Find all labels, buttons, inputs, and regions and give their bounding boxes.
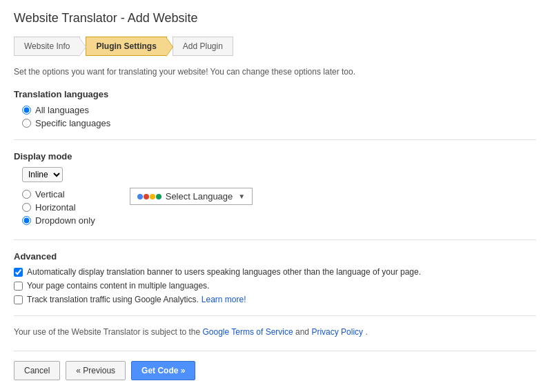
description-text: Set the options you want for translating… [14,67,536,77]
tos-link2[interactable]: Privacy Policy [311,327,363,337]
step-arrow-inner [79,38,86,56]
tos-after: . [365,327,367,337]
g-dot-red [144,194,149,199]
bottom-buttons: Cancel « Previous Get Code » [14,351,536,380]
get-code-button[interactable]: Get Code » [131,361,195,380]
step-website-info[interactable]: Website Info [14,37,80,56]
tos-link1[interactable]: Google Terms of Service [203,327,293,337]
page-title: Website Translator - Add Website [14,11,536,26]
dropdown-only-radio[interactable] [22,216,31,225]
step-arrow-inner [166,38,173,56]
specific-languages-option[interactable]: Specific languages [22,118,536,128]
specific-languages-radio[interactable] [22,119,31,128]
tos-mid: and [295,327,311,337]
vertical-radio[interactable] [22,190,31,199]
all-languages-radio[interactable] [22,106,31,115]
inline-dropdown[interactable]: Inline [22,167,63,182]
step-plugin-settings[interactable]: Plugin Settings [86,37,166,56]
google-logo [137,194,161,199]
advanced-label-2: Track translation traffic using Google A… [27,295,199,304]
vertical-label: Vertical [35,189,65,199]
step-label: Website Info [24,41,70,51]
display-options-radios: Vertical Horizontal Dropdown only [22,189,95,228]
translation-languages-title: Translation languages [14,89,536,99]
tos-before: Your use of the Website Translator is su… [14,327,203,337]
g-dot-blue [137,194,143,199]
all-languages-label: All languages [35,105,89,115]
all-languages-option[interactable]: All languages [22,105,536,115]
display-mode-title: Display mode [14,151,536,161]
divider-3 [14,315,536,316]
horizontal-label: Horizontal [35,202,76,213]
translate-widget[interactable]: Select Language ▼ [130,188,253,205]
advanced-label-1: Your page contains content in multiple l… [27,281,209,291]
cancel-button[interactable]: Cancel [14,361,60,380]
learn-more-link[interactable]: Learn more! [202,295,246,304]
advanced-title: Advanced [14,251,536,262]
inline-select-wrapper: Inline [22,167,536,182]
previous-button[interactable]: « Previous [66,361,126,380]
specific-languages-label: Specific languages [35,118,110,128]
dropdown-arrow-icon: ▼ [238,193,245,200]
step-add-plugin[interactable]: Add Plugin [173,37,233,56]
translate-widget-area: Select Language ▼ [130,188,253,205]
vertical-option[interactable]: Vertical [22,189,95,199]
divider-1 [14,139,536,140]
advanced-checkbox-1[interactable] [14,282,23,291]
advanced-checkbox-0[interactable] [14,268,23,277]
g-dot-yellow [150,194,155,199]
display-mode-section: Display mode Inline Vertical Horizontal … [14,151,536,228]
translation-languages-section: Translation languages All languages Spec… [14,89,536,128]
advanced-item-2: Track translation traffic using Google A… [14,295,536,304]
step-label: Add Plugin [183,41,223,51]
advanced-item-0: Automatically display translation banner… [14,267,536,277]
tos-text: Your use of the Website Translator is su… [14,327,536,337]
divider-2 [14,239,536,240]
horizontal-radio[interactable] [22,203,31,212]
dropdown-only-label: Dropdown only [35,215,95,226]
horizontal-option[interactable]: Horizontal [22,202,95,213]
g-dot-green [156,194,161,199]
advanced-item-1: Your page contains content in multiple l… [14,281,536,291]
advanced-checkbox-2[interactable] [14,295,23,304]
advanced-section: Advanced Automatically display translati… [14,251,536,304]
translation-languages-options: All languages Specific languages [22,105,536,128]
select-language-label: Select Language [166,191,233,202]
dropdown-only-option[interactable]: Dropdown only [22,215,95,226]
steps-breadcrumb: Website Info Plugin Settings Add Plugin [14,37,536,56]
step-label: Plugin Settings [96,41,156,51]
advanced-label-0: Automatically display translation banner… [27,267,421,277]
display-options: Vertical Horizontal Dropdown only Select… [14,189,536,228]
